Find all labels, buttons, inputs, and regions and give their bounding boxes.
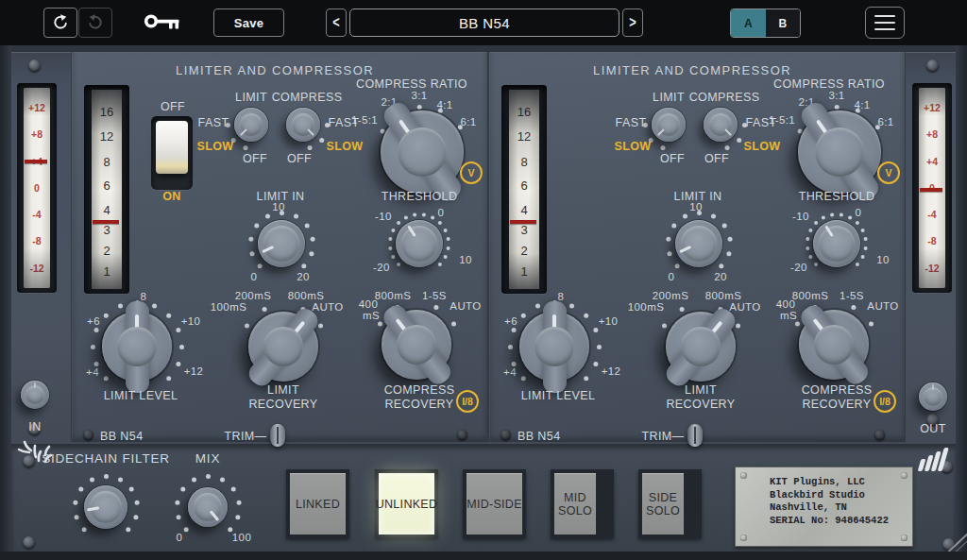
- plate-screw: [901, 535, 908, 541]
- hamburger-icon: [874, 15, 895, 18]
- threshold-tick: 0: [438, 207, 445, 218]
- preset-name-field[interactable]: BB N54: [349, 8, 619, 37]
- meter-tick: 12: [517, 128, 531, 143]
- output-gain-knob[interactable]: [919, 382, 947, 411]
- faceplate: +12 +8 +4 0 -4 -8 -12 IN LIMIT: [0, 45, 967, 560]
- limit-level-tick: 8: [141, 291, 147, 302]
- limit-in-tick: 0: [251, 271, 258, 282]
- vu-needle: [25, 160, 47, 163]
- threshold-tick: -20: [790, 262, 807, 273]
- limit-level-knob[interactable]: [102, 312, 172, 382]
- ab-b-button[interactable]: B: [766, 9, 801, 37]
- limit-recovery-tick: 800mS: [705, 290, 741, 301]
- linked-button[interactable]: LINKED: [286, 469, 349, 538]
- screw: [83, 430, 93, 440]
- vu-tick: -4: [32, 209, 41, 220]
- compress-mode-knob[interactable]: [704, 108, 738, 142]
- compress-mode-knob[interactable]: [286, 108, 320, 142]
- vu-tick: -12: [29, 263, 43, 274]
- limit-recovery-label2: RECOVERY: [248, 398, 317, 411]
- panel-right-edge: [956, 45, 967, 560]
- sidechain-filter-knob[interactable]: [84, 485, 127, 529]
- threshold-label: THRESHOLD: [799, 190, 875, 203]
- plate-screw: [740, 535, 747, 541]
- side-solo-button[interactable]: SIDE SOLO: [638, 469, 702, 538]
- preset-next-button[interactable]: >: [622, 8, 643, 37]
- plugin-window: Save < BB N54 > A B: [0, 0, 967, 560]
- undo-button[interactable]: [43, 8, 77, 38]
- power-off-label: OFF: [161, 100, 185, 113]
- meter-tick: 4: [520, 202, 527, 216]
- input-gain-knob[interactable]: [21, 381, 49, 409]
- power-on-label: ON: [162, 190, 181, 203]
- plate-line: Nashville, TN: [770, 501, 889, 515]
- limit-level-tick: +12: [184, 365, 204, 377]
- limit-fast-label: FAST: [198, 116, 229, 129]
- compress-recovery-label2: RECOVERY: [802, 398, 871, 411]
- channel-right: LIMITER AND COMPRESSOR 16 12 8 6 4 3 2 1…: [488, 52, 906, 442]
- compress-recovery-knob[interactable]: [382, 310, 451, 380]
- unlinked-button[interactable]: UNLINKED: [375, 469, 438, 538]
- vu-tick: 0: [34, 182, 40, 194]
- i8-badge: I/8: [874, 390, 896, 413]
- threshold-knob[interactable]: [813, 220, 860, 267]
- plate-line: KIT Plugins, LLC: [770, 476, 889, 489]
- limit-recovery-knob[interactable]: [248, 312, 318, 382]
- limit-level-tick: +12: [602, 365, 621, 377]
- mid-solo-button[interactable]: MID SOLO: [551, 469, 614, 538]
- preset-prev-button[interactable]: <: [326, 8, 347, 37]
- gain-reduction-meter: 16 12 8 6 4 3 2 1: [501, 85, 547, 294]
- threshold-knob[interactable]: [396, 220, 443, 267]
- ratio-tick: 1-5:1: [769, 114, 795, 126]
- mix-max-label: 100: [232, 532, 251, 543]
- compress-recovery-tick: mS: [363, 310, 380, 321]
- limit-slow-label: SLOW: [614, 140, 651, 153]
- limit-recovery-knob[interactable]: [666, 312, 736, 382]
- ab-a-button[interactable]: A: [731, 9, 766, 37]
- panel-bottom-edge: [0, 552, 967, 560]
- limit-mode-knob[interactable]: [652, 108, 686, 142]
- mix-knob[interactable]: [188, 487, 228, 527]
- limit-level-tick: +6: [504, 315, 517, 327]
- meter-tick: 2: [103, 243, 110, 257]
- limit-level-tick: +4: [503, 366, 517, 378]
- limit-level-label: LIMIT LEVEL: [521, 389, 596, 402]
- limit-recovery-tick: 800mS: [288, 290, 324, 301]
- limit-recovery-tick: 200mS: [235, 290, 271, 301]
- power-toggle[interactable]: [151, 116, 193, 190]
- screw: [28, 59, 41, 72]
- serial-plate: KIT Plugins, LLC Blackbird Studio Nashvi…: [735, 467, 913, 547]
- gain-reduction-meter: 16 12 8 6 4 3 2 1: [84, 85, 129, 294]
- limit-recovery-tick: 200mS: [653, 290, 688, 301]
- vu-tick: +4: [926, 156, 938, 167]
- toolbar: Save < BB N54 > A B: [0, 0, 967, 45]
- limit-in-tick: 20: [297, 271, 310, 282]
- vu-needle: [920, 188, 942, 192]
- redo-button[interactable]: [78, 8, 112, 38]
- preset-name: BB N54: [459, 15, 510, 31]
- limit-in-tick: 10: [689, 201, 703, 212]
- compress-knob-label: COMPRESS: [272, 91, 343, 104]
- compress-recovery-knob[interactable]: [799, 310, 869, 380]
- compress-ratio-knob[interactable]: [798, 110, 881, 194]
- limit-recovery-label: LIMIT: [267, 383, 299, 397]
- mid-side-button[interactable]: MID-SIDE: [463, 469, 526, 538]
- limit-in-knob[interactable]: [675, 220, 722, 267]
- chevron-right-icon: >: [629, 13, 636, 32]
- menu-button[interactable]: [865, 7, 905, 39]
- save-button[interactable]: Save: [213, 8, 284, 37]
- meter-tick: 16: [517, 105, 531, 119]
- trim-slider[interactable]: [687, 424, 703, 447]
- model-label: BB N54: [100, 430, 143, 443]
- limit-level-knob[interactable]: [519, 312, 589, 382]
- mix-label: MIX: [195, 451, 220, 466]
- limit-recovery-tick: 100mS: [628, 301, 664, 313]
- meter-tick: 1: [103, 264, 110, 279]
- compress-ratio-knob[interactable]: [381, 110, 464, 194]
- limit-in-knob[interactable]: [258, 220, 305, 267]
- license-key-icon[interactable]: [144, 13, 183, 32]
- channel-title: LIMITER AND COMPRESSOR: [176, 63, 374, 77]
- ab-compare-switch[interactable]: A B: [730, 8, 801, 38]
- limit-mode-knob[interactable]: [234, 108, 268, 142]
- trim-slider[interactable]: [270, 424, 285, 447]
